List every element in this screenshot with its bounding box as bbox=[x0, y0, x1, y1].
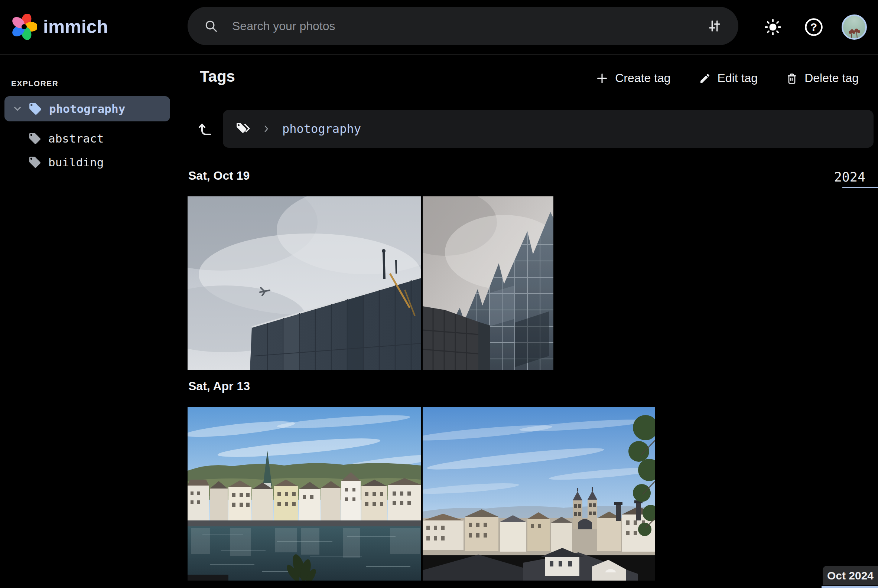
breadcrumb-current-tag[interactable]: photography bbox=[282, 122, 361, 136]
search-bar[interactable] bbox=[188, 7, 738, 45]
back-button[interactable] bbox=[192, 116, 219, 142]
edit-tag-label: Edit tag bbox=[717, 71, 758, 85]
explorer-heading: EXPLORER bbox=[11, 79, 59, 88]
chevron-down-icon[interactable] bbox=[12, 103, 23, 114]
photo-thumbnail-building-airplane[interactable] bbox=[188, 196, 421, 370]
sidebar-item-building[interactable]: building bbox=[28, 151, 169, 173]
tag-icon bbox=[28, 102, 42, 116]
immich-logo[interactable]: immich bbox=[11, 9, 108, 45]
scrubber-year-tick bbox=[842, 187, 878, 188]
create-tag-button[interactable]: Create tag bbox=[592, 68, 674, 88]
date-header: Sat, Oct 19 bbox=[188, 169, 250, 183]
help-glyph: ? bbox=[810, 21, 817, 33]
plus-icon bbox=[596, 72, 608, 85]
help-button[interactable]: ? bbox=[801, 14, 827, 40]
avatar-palms-icon bbox=[843, 16, 865, 38]
theme-toggle-button[interactable] bbox=[760, 14, 786, 40]
tag-icon bbox=[28, 132, 42, 145]
scrubber-tooltip: Oct 2024 bbox=[823, 566, 878, 585]
explorer-sidebar: EXPLORER photography abstract build bbox=[0, 55, 187, 588]
immich-app: immich bbox=[0, 0, 878, 588]
sidebar-item-label: abstract bbox=[48, 132, 104, 145]
edit-tag-button[interactable]: Edit tag bbox=[695, 68, 762, 88]
trash-icon bbox=[786, 72, 798, 84]
photo-thumbnail-riverfront[interactable] bbox=[188, 407, 421, 580]
page-title: Tags bbox=[200, 68, 235, 86]
photo-thumbnail-old-town[interactable] bbox=[422, 407, 655, 580]
sidebar-item-label: building bbox=[48, 156, 104, 169]
photo-thumbnail-glass-building[interactable] bbox=[422, 196, 553, 370]
topbar-actions: ? bbox=[760, 0, 867, 54]
search-input[interactable] bbox=[232, 19, 707, 33]
date-header: Sat, Apr 13 bbox=[188, 380, 250, 393]
immich-flower-icon bbox=[11, 14, 37, 40]
sidebar-item-abstract[interactable]: abstract bbox=[28, 128, 169, 150]
brand-name: immich bbox=[43, 16, 108, 38]
scrubber-year-label: 2024 bbox=[834, 170, 865, 184]
pencil-icon bbox=[699, 72, 711, 84]
scrubber-position-line[interactable] bbox=[822, 586, 878, 588]
top-bar: immich bbox=[0, 0, 878, 55]
chevron-right-icon bbox=[262, 124, 271, 134]
sun-icon bbox=[764, 18, 782, 36]
sidebar-item-label: photography bbox=[49, 102, 125, 116]
scrubber-tooltip-label: Oct 2024 bbox=[827, 570, 873, 582]
create-tag-label: Create tag bbox=[615, 71, 671, 85]
search-icon bbox=[204, 19, 218, 33]
timeline-scrubber[interactable]: 2024 Oct 2024 bbox=[822, 55, 878, 588]
avatar[interactable] bbox=[842, 15, 867, 40]
sidebar-item-photography[interactable]: photography bbox=[5, 96, 170, 122]
filter-sliders-icon[interactable] bbox=[707, 18, 722, 33]
tags-icon[interactable] bbox=[236, 122, 250, 136]
breadcrumb: photography bbox=[223, 110, 873, 148]
tag-icon bbox=[28, 156, 42, 169]
arrow-up-left-icon bbox=[197, 120, 215, 138]
